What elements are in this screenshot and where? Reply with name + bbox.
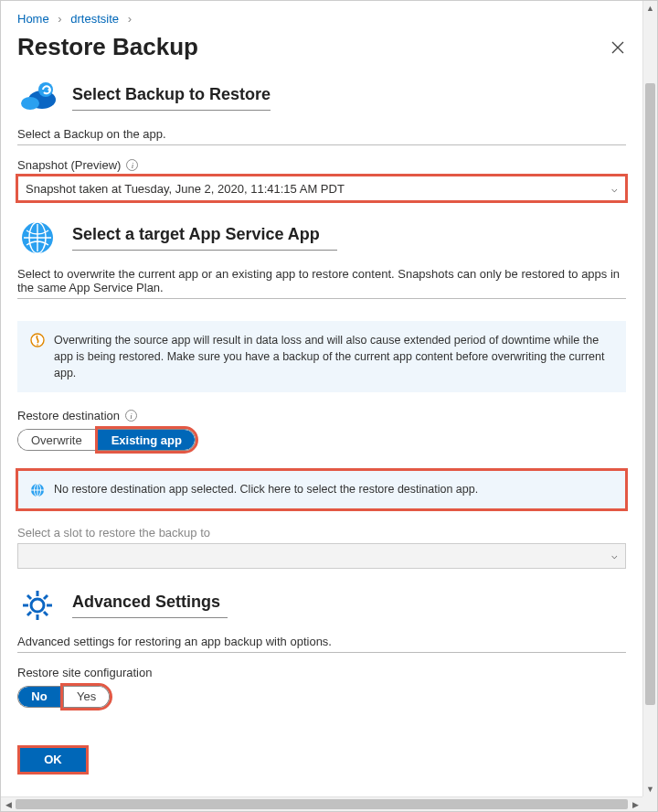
svg-point-10 — [31, 599, 44, 612]
snapshot-label: Snapshot (Preview) i — [17, 158, 626, 172]
slot-label: Select a slot to restore the backup to — [17, 526, 626, 540]
breadcrumb-site[interactable]: drtestsite — [70, 12, 119, 26]
overwrite-warning-callout: Overwriting the source app will result i… — [17, 321, 626, 392]
restore-site-config-label: Restore site configuration — [17, 666, 626, 679]
gear-icon — [17, 585, 58, 625]
restore-destination-overwrite[interactable]: Overwrite — [18, 430, 95, 450]
close-icon — [611, 41, 624, 54]
scroll-right-arrow[interactable]: ▶ — [628, 797, 642, 811]
restore-destination-toggle[interactable]: Overwrite — [17, 429, 95, 451]
globe-icon — [17, 218, 58, 258]
page-title: Restore Backup — [17, 33, 198, 61]
close-button[interactable] — [610, 39, 626, 56]
section-backup-header: Select Backup to Restore — [17, 78, 626, 118]
chevron-down-icon: ⌵ — [611, 183, 618, 195]
scroll-down-arrow[interactable]: ▼ — [643, 782, 657, 796]
info-icon[interactable]: i — [126, 159, 138, 171]
ok-button[interactable]: OK — [20, 748, 86, 772]
horizontal-scrollbar[interactable]: ◀ ▶ — [1, 796, 642, 811]
section-backup-title: Select Backup to Restore — [72, 85, 271, 111]
select-destination-app-text: No restore destination app selected. Cli… — [54, 481, 478, 497]
section-target-header: Select a target App Service App — [17, 218, 626, 258]
svg-point-7 — [37, 344, 38, 346]
breadcrumb: Home › drtestsite › — [17, 8, 626, 29]
restore-destination-label-text: Restore destination — [17, 409, 120, 422]
section-advanced-desc: Advanced settings for restoring an app b… — [17, 635, 626, 648]
section-target-title: Select a target App Service App — [72, 225, 337, 251]
scroll-left-arrow[interactable]: ◀ — [1, 797, 16, 811]
globe-icon — [30, 483, 45, 497]
restore-destination-label: Restore destination i — [17, 409, 626, 422]
warning-icon — [30, 333, 45, 347]
section-advanced-header: Advanced Settings — [17, 585, 626, 625]
vertical-scrollbar[interactable]: ▲ ▼ — [642, 1, 657, 796]
section-target-desc: Select to overwrite the current app or a… — [17, 267, 626, 294]
info-icon[interactable]: i — [125, 410, 137, 422]
blade-content: Home › drtestsite › Restore Backup — [1, 1, 642, 796]
restore-site-config-no[interactable]: No — [18, 687, 60, 707]
restore-site-config-toggle[interactable]: No — [17, 686, 60, 708]
section-backup-desc: Select a Backup on the app. — [17, 127, 626, 141]
snapshot-dropdown-value: Snapshot taken at Tuesday, June 2, 2020,… — [26, 182, 345, 196]
scroll-up-arrow[interactable]: ▲ — [643, 1, 657, 16]
cloud-restore-icon — [17, 78, 58, 118]
vertical-scrollbar-thumb[interactable] — [645, 83, 655, 705]
scrollbar-corner — [642, 796, 657, 811]
restore-site-config-yes[interactable]: Yes — [63, 687, 109, 707]
chevron-down-icon: ⌵ — [611, 550, 618, 561]
snapshot-label-text: Snapshot (Preview) — [17, 158, 121, 172]
snapshot-dropdown[interactable]: Snapshot taken at Tuesday, June 2, 2020,… — [17, 176, 626, 201]
overwrite-warning-text: Overwriting the source app will result i… — [54, 332, 613, 381]
horizontal-scrollbar-thumb[interactable] — [16, 799, 628, 809]
svg-point-1 — [21, 97, 39, 110]
restore-destination-existing-app[interactable]: Existing app — [98, 430, 195, 450]
breadcrumb-home[interactable]: Home — [17, 12, 49, 26]
slot-dropdown: ⌵ — [17, 543, 626, 569]
section-advanced-title: Advanced Settings — [72, 593, 228, 618]
select-destination-app-callout[interactable]: No restore destination app selected. Cli… — [17, 470, 626, 508]
breadcrumb-separator: › — [122, 12, 137, 26]
breadcrumb-separator: › — [52, 12, 67, 26]
